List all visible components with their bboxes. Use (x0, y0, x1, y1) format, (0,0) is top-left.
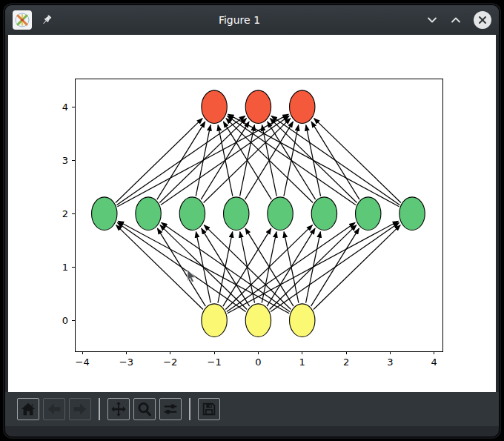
sliders-icon (162, 401, 179, 417)
network-node-hidden-7 (399, 197, 425, 231)
floppy-disk-icon (201, 401, 217, 417)
network-node-input-0 (202, 304, 227, 337)
x-tick-label: 1 (299, 357, 305, 368)
save-button[interactable] (198, 398, 220, 420)
forward-button[interactable] (69, 398, 91, 420)
network-node-hidden-3 (224, 197, 249, 231)
y-tick-label: 1 (62, 262, 68, 273)
network-node-output-2 (290, 90, 315, 124)
arrow-left-icon (46, 401, 62, 417)
network-node-output-0 (202, 90, 227, 124)
network-node-hidden-1 (136, 197, 161, 231)
arrow-right-icon (72, 401, 88, 417)
minimize-button[interactable] (426, 14, 438, 26)
x-tick-label: −2 (163, 357, 177, 368)
figure-canvas[interactable]: −4−3−2−10123401234 (8, 35, 496, 392)
network-node-input-1 (245, 304, 271, 337)
x-tick-label: −1 (207, 357, 221, 368)
matplotlib-app-icon[interactable] (13, 10, 32, 30)
network-node-hidden-0 (92, 197, 117, 231)
maximize-button[interactable] (450, 14, 462, 26)
network-node-output-1 (245, 90, 271, 124)
network-node-input-2 (290, 304, 315, 337)
y-tick-label: 3 (62, 155, 68, 166)
pin-icon[interactable] (41, 14, 53, 26)
home-icon (20, 401, 36, 417)
x-tick-label: 0 (255, 357, 261, 368)
x-tick-label: −3 (119, 357, 133, 368)
magnifier-icon (136, 401, 153, 417)
window-title: Figure 1 (53, 14, 426, 26)
move-cross-icon (110, 401, 127, 417)
close-x-icon (478, 16, 487, 24)
chevron-down-icon (426, 14, 438, 26)
home-button[interactable] (17, 398, 39, 420)
x-tick-label: 2 (343, 357, 349, 368)
x-tick-label: 3 (387, 357, 393, 368)
figure-window: Figure 1 −4−3−2−10123401234 (4, 4, 500, 437)
matplotlib-logo-icon (14, 12, 30, 28)
y-tick-label: 0 (62, 315, 68, 326)
toolbar-separator (189, 398, 190, 420)
x-tick-label: −4 (76, 357, 90, 368)
matplotlib-toolbar (5, 392, 499, 426)
pan-button[interactable] (107, 398, 130, 420)
configure-button[interactable] (159, 398, 182, 420)
desktop: { "titlebar": { "title": "Figure 1", "ap… (0, 0, 504, 441)
network-node-hidden-2 (179, 197, 205, 231)
network-node-hidden-6 (356, 197, 381, 231)
toolbar-separator (99, 398, 100, 420)
window-controls (426, 11, 491, 29)
zoom-button[interactable] (133, 398, 156, 420)
back-button[interactable] (43, 398, 65, 420)
y-tick-label: 4 (62, 102, 68, 113)
window-titlebar[interactable]: Figure 1 (5, 5, 499, 35)
x-tick-label: 4 (431, 357, 437, 368)
close-button[interactable] (474, 11, 491, 29)
chevron-up-icon (450, 14, 462, 26)
network-node-hidden-5 (311, 197, 336, 231)
network-node-hidden-4 (268, 197, 293, 231)
figure-area: −4−3−2−10123401234 (8, 35, 496, 392)
y-tick-label: 2 (62, 208, 68, 219)
